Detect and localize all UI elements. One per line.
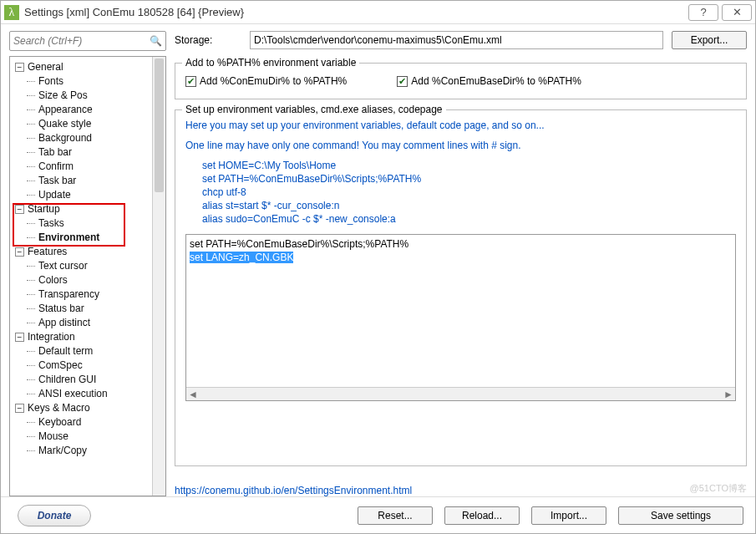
env-line: set PATH=%ConEmuBaseDir%\Scripts;%PATH% xyxy=(190,237,732,251)
tree-cat-features[interactable]: −Features xyxy=(10,245,165,259)
env-textarea[interactable]: set PATH=%ConEmuBaseDir%\Scripts;%PATH% … xyxy=(185,234,736,401)
tree-item-comspec[interactable]: ComSpec xyxy=(10,359,165,373)
path-group-title: Add to %PATH% environment variable xyxy=(182,57,359,69)
tree-item-textcursor[interactable]: Text cursor xyxy=(10,259,165,273)
settings-tree[interactable]: −General Fonts Size & Pos Appearance Qua… xyxy=(9,56,166,496)
search-input[interactable] xyxy=(13,35,149,47)
tree-item-ansi[interactable]: ANSI execution xyxy=(10,387,165,401)
tree-item-tabbar[interactable]: Tab bar xyxy=(10,145,165,160)
window-title: Settings [xml] ConEmu 180528 [64] {Previ… xyxy=(24,6,685,18)
reset-button[interactable]: Reset... xyxy=(358,506,433,525)
tree-cat-integration[interactable]: −Integration xyxy=(10,330,165,344)
tree-item-keyboard[interactable]: Keyboard xyxy=(10,415,165,430)
search-input-wrapper[interactable]: 🔍 xyxy=(9,31,166,51)
tree-item-mouse[interactable]: Mouse xyxy=(10,430,165,444)
env-help-2: One line may have only one command! You … xyxy=(185,139,736,152)
tree-cat-keys[interactable]: −Keys & Macro xyxy=(10,401,165,415)
env-line-selected: set LANG=zh_CN.GBK xyxy=(190,251,732,264)
tree-item-taskbar[interactable]: Task bar xyxy=(10,174,165,188)
tree-item-tasks[interactable]: Tasks xyxy=(10,216,165,231)
tree-item-size-pos[interactable]: Size & Pos xyxy=(10,89,165,103)
tree-item-transparency[interactable]: Transparency xyxy=(10,287,165,302)
env-examples: set HOME=C:\My Tools\Home set PATH=%ConE… xyxy=(185,159,736,226)
export-button[interactable]: Export... xyxy=(672,31,747,49)
chk-add-conemudir[interactable]: ✔ Add %ConEmuDir% to %PATH% xyxy=(185,75,347,87)
search-icon: 🔍 xyxy=(149,35,162,47)
help-button[interactable]: ? xyxy=(688,4,718,21)
doc-link-row: https://conemu.github.io/en/SettingsEnvi… xyxy=(175,485,747,496)
tree-item-background[interactable]: Background xyxy=(10,131,165,145)
save-settings-button[interactable]: Save settings xyxy=(618,506,743,525)
scroll-right-icon[interactable]: ► xyxy=(723,389,733,400)
donate-button[interactable]: Donate xyxy=(18,505,91,526)
env-group-title: Set up environment variables, cmd.exe al… xyxy=(182,104,446,115)
storage-label: Storage: xyxy=(175,34,241,46)
env-hscrollbar[interactable]: ◄► xyxy=(186,387,735,400)
tree-item-quake[interactable]: Quake style xyxy=(10,117,165,131)
scroll-left-icon[interactable]: ◄ xyxy=(188,389,198,400)
app-icon: λ xyxy=(4,5,19,20)
tree-cat-startup[interactable]: −Startup xyxy=(10,202,165,216)
tree-item-fonts[interactable]: Fonts xyxy=(10,74,165,89)
close-button[interactable]: ✕ xyxy=(722,4,752,21)
path-group: Add to %PATH% environment variable ✔ Add… xyxy=(175,63,747,99)
doc-link[interactable]: https://conemu.github.io/en/SettingsEnvi… xyxy=(175,485,412,496)
storage-path[interactable]: D:\Tools\cmder\vendor\conemu-maximus5\Co… xyxy=(250,31,663,49)
import-button[interactable]: Import... xyxy=(531,506,606,525)
tree-item-defaultterm[interactable]: Default term xyxy=(10,344,165,359)
env-help-1: Here you may set up your environment var… xyxy=(185,119,736,132)
tree-item-childrengui[interactable]: Children GUI xyxy=(10,373,165,387)
tree-item-colors[interactable]: Colors xyxy=(10,273,165,287)
reload-button[interactable]: Reload... xyxy=(444,506,520,525)
tree-item-appdistinct[interactable]: App distinct xyxy=(10,316,165,330)
tree-item-update[interactable]: Update xyxy=(10,188,165,202)
tree-cat-general[interactable]: −General xyxy=(10,60,165,74)
check-icon: ✔ xyxy=(187,77,195,86)
tree-item-confirm[interactable]: Confirm xyxy=(10,160,165,174)
tree-item-markcopy[interactable]: Mark/Copy xyxy=(10,444,165,458)
tree-item-environment[interactable]: Environment xyxy=(10,231,165,245)
watermark: @51CTO博客 xyxy=(690,482,747,495)
tree-item-appearance[interactable]: Appearance xyxy=(10,103,165,117)
check-icon: ✔ xyxy=(398,77,406,86)
tree-item-statusbar[interactable]: Status bar xyxy=(10,302,165,316)
env-group: Set up environment variables, cmd.exe al… xyxy=(175,109,747,466)
chk-add-conemubasedir[interactable]: ✔ Add %ConEmuBaseDir% to %PATH% xyxy=(397,75,581,87)
